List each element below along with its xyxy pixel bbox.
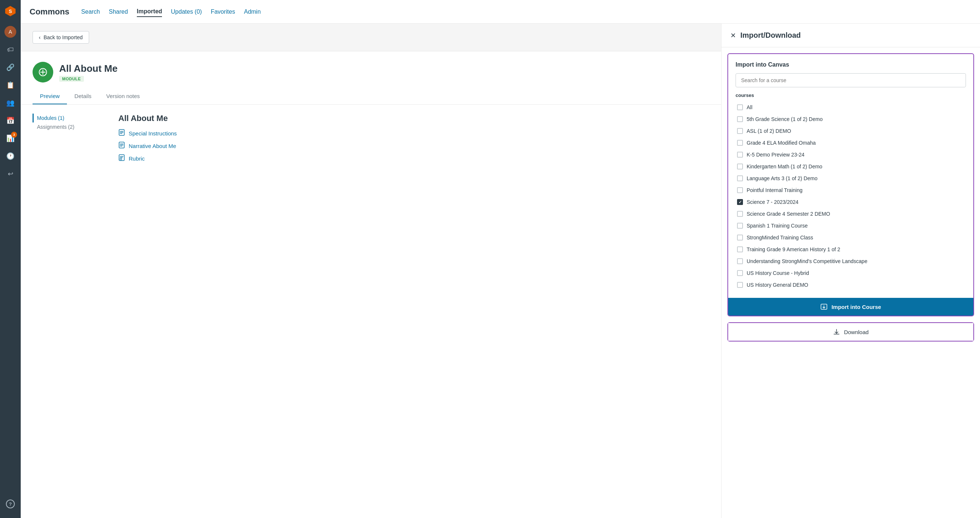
item-label-3: Rubric [129,155,145,162]
nav-links: Search Shared Imported Updates (0) Favor… [81,6,261,17]
course-item[interactable]: Training Grade 9 American History 1 of 2 [735,244,966,255]
course-checkbox[interactable] [737,234,743,241]
list-item[interactable]: Narrative About Me [118,142,709,150]
course-checkbox[interactable] [737,187,743,193]
course-label: Kindergarten Math (1 of 2) Demo [747,164,822,169]
list-item[interactable]: Special Instructions [118,129,709,137]
course-checkbox[interactable] [737,128,743,134]
import-section-title: Import into Canvas [735,61,966,68]
course-item[interactable]: All [735,102,966,113]
course-item[interactable]: 5th Grade Science (1 of 2) Demo [735,113,966,125]
course-item[interactable]: Understanding StrongMind's Competitive L… [735,256,966,267]
back-chevron-icon: ‹ [39,34,41,40]
calendar-nav-icon[interactable]: 📅 [2,113,19,129]
course-item[interactable]: Pointful Internal Training [735,185,966,196]
nav-favorites[interactable]: Favorites [211,7,235,17]
nav-shared[interactable]: Shared [109,7,128,17]
link-nav-icon[interactable]: 🔗 [2,59,19,75]
module-type-badge: MODULE [59,76,84,82]
module-icon [33,62,53,83]
course-item[interactable]: K-5 Demo Preview 23-24 [735,149,966,160]
course-item[interactable]: Science 7 - 2023/2024 [735,196,966,207]
course-label: All [747,104,752,110]
course-item[interactable]: Science Grade 4 Semester 2 DEMO [735,208,966,219]
left-panel: ‹ Back to Imported All About Me MODULE [21,24,721,518]
back-to-imported-button[interactable]: ‹ Back to Imported [33,31,89,44]
svg-text:S: S [9,8,12,14]
course-checkbox[interactable] [737,223,743,229]
course-checkbox[interactable] [737,282,743,288]
course-label: Science Grade 4 Semester 2 DEMO [747,211,830,217]
module-header: All About Me MODULE [21,51,721,83]
course-item[interactable]: Kindergarten Math (1 of 2) Demo [735,161,966,172]
nav-imported[interactable]: Imported [137,6,162,17]
tab-preview[interactable]: Preview [33,88,67,104]
courses-label: courses [735,92,966,98]
back-nav-icon[interactable]: ↩ [2,166,19,182]
course-item[interactable]: US History Course - Hybrid [735,268,966,279]
badge-nav-icon[interactable]: 🏷 [2,41,19,58]
course-checkbox[interactable] [737,104,743,110]
panel-header: ✕ Import/Download [722,24,980,47]
svg-rect-8 [120,158,122,160]
course-label: ASL (1 of 2) DEMO [747,128,791,134]
course-checkbox[interactable] [737,164,743,169]
course-search-input[interactable] [735,73,966,87]
import-into-course-button[interactable]: Import into Course [728,298,974,316]
course-label: US History Course - Hybrid [747,270,809,276]
course-checkbox[interactable] [737,140,743,146]
item-list: Special Instructions Narrative About Me [118,129,709,163]
nav-updates[interactable]: Updates (0) [171,7,202,17]
nav-admin[interactable]: Admin [244,7,261,17]
course-label: Spanish 1 Training Course [747,223,808,229]
content-area: ‹ Back to Imported All About Me MODULE [21,24,980,518]
main-container: Commons Search Shared Imported Updates (… [21,0,980,518]
course-checkbox[interactable] [737,199,743,205]
user-avatar-icon[interactable]: A [2,24,19,40]
list-item[interactable]: Rubric [118,154,709,163]
download-section: Download [727,322,974,341]
course-label: Pointful Internal Training [747,187,802,193]
course-search-wrap [735,73,966,87]
back-bar: ‹ Back to Imported [21,24,721,51]
tabs-bar: Preview Details Version notes [21,88,721,105]
course-checkbox[interactable] [737,175,743,181]
course-item[interactable]: Language Arts 3 (1 of 2) Demo [735,173,966,184]
preview-content: Modules (1) Assignments (2) All About Me… [21,105,721,171]
tab-version-notes[interactable]: Version notes [99,88,147,104]
course-checkbox[interactable] [737,152,743,158]
tab-details[interactable]: Details [67,88,99,104]
course-item[interactable]: Grade 4 ELA Modified Omaha [735,137,966,148]
course-checkbox[interactable] [737,246,743,252]
app-logo[interactable]: S [2,3,19,19]
course-item[interactable]: US History General DEMO [735,279,966,290]
course-label: Training Grade 9 American History 1 of 2 [747,246,840,252]
course-item[interactable]: StrongMinded Training Class [735,232,966,243]
sidebar-modules[interactable]: Modules (1) [33,113,107,123]
course-item[interactable]: ASL (1 of 2) DEMO [735,126,966,137]
course-checkbox[interactable] [737,211,743,217]
history-nav-icon[interactable]: 🕐 [2,148,19,164]
course-checkbox[interactable] [737,258,743,264]
help-nav-icon[interactable]: ? [2,496,19,512]
preview-main-title: All About Me [118,113,709,123]
course-checkbox[interactable] [737,270,743,276]
item-label-2: Narrative About Me [129,143,176,149]
download-button[interactable]: Download [728,323,974,341]
panel-close-button[interactable]: ✕ [730,32,736,40]
module-info: All About Me MODULE [59,63,118,82]
sidebar-assignments[interactable]: Assignments (2) [33,123,107,131]
list-nav-icon[interactable]: 📋 [2,77,19,93]
import-inner: Import into Canvas courses All5th Grade … [728,54,974,298]
people-nav-icon[interactable]: 👥 [2,95,19,111]
course-label: StrongMinded Training Class [747,234,813,241]
report-nav-icon[interactable]: 📊 3 [2,130,19,147]
course-checkbox[interactable] [737,116,743,122]
assignment-icon-1 [118,129,125,137]
module-title: All About Me [59,63,118,74]
course-list: All5th Grade Science (1 of 2) DemoASL (1… [735,102,966,290]
preview-main: All About Me Special Instructions [118,113,709,163]
course-item[interactable]: Spanish 1 Training Course [735,220,966,231]
rubric-icon [118,154,125,163]
nav-search[interactable]: Search [81,7,100,17]
